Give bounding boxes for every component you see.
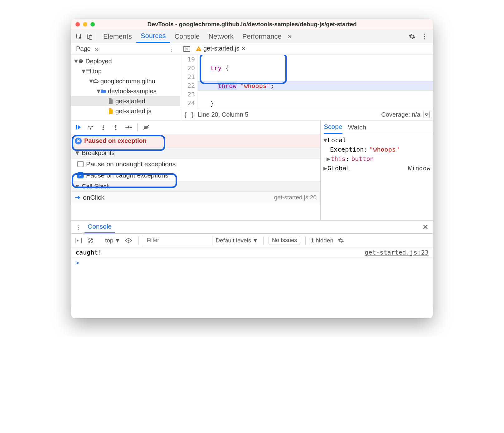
checkbox-unchecked[interactable] <box>77 161 84 167</box>
tree-deployed[interactable]: ▼ Deployed <box>71 56 180 66</box>
callstack-header[interactable]: ▼Call Stack <box>71 181 320 192</box>
cursor-position: Line 20, Column 5 <box>198 111 248 118</box>
tree-label: googlechrome.githu <box>100 78 155 85</box>
show-sidebar-icon[interactable] <box>74 238 83 243</box>
tree-top[interactable]: ▼ top <box>71 66 180 76</box>
svg-rect-3 <box>86 69 90 73</box>
cloud-icon <box>92 79 99 83</box>
nav-page-tab[interactable]: Page <box>74 45 93 52</box>
window-icon <box>85 68 92 74</box>
debugger: Paused on exception ▼Breakpoints Pause o… <box>71 120 433 220</box>
file-icon <box>107 108 114 114</box>
gear-icon[interactable] <box>405 33 419 40</box>
file-icon <box>107 98 114 104</box>
svg-point-13 <box>103 129 104 130</box>
context-select[interactable]: top ▼ <box>105 237 120 244</box>
tree-file-html[interactable]: get-started <box>71 96 180 106</box>
pause-uncaught-row[interactable]: Pause on uncaught exceptions <box>71 158 320 170</box>
tab-scope[interactable]: Scope <box>324 120 342 134</box>
tree-folder[interactable]: ▼ devtools-samples <box>71 86 180 96</box>
navigator: Page » ⋮ ▼ Deployed ▼ top ▼ <box>71 43 180 120</box>
console-toolbar: top ▼ Default levels ▼ No Issues 1 hidde… <box>71 234 433 247</box>
tab-performance[interactable]: Performance <box>238 30 286 43</box>
titlebar: DevTools - googlechrome.github.io/devtoo… <box>71 19 433 30</box>
tree-label: get-started <box>115 98 145 105</box>
eye-icon[interactable] <box>124 238 133 243</box>
message-text: caught! <box>75 249 365 256</box>
close-icon[interactable]: ✕ <box>420 223 431 231</box>
drawer-kebab-icon[interactable]: ⋮ <box>73 223 85 231</box>
code-lines: try { throw "whoops"; } catch(err) { con… <box>198 55 433 109</box>
devtools-window: DevTools - googlechrome.github.io/devtoo… <box>71 19 433 318</box>
step-out-icon[interactable] <box>110 122 121 133</box>
tab-console[interactable]: Console <box>170 30 204 43</box>
more-tabs[interactable]: » <box>286 32 293 41</box>
tab-elements[interactable]: Elements <box>99 30 136 43</box>
scope-global[interactable]: ▶GlobalWindow <box>321 163 433 173</box>
scope-local[interactable]: ▼Local <box>321 135 433 145</box>
frame-name: onClick <box>83 194 104 201</box>
pause-caught-row[interactable]: ✓ Pause on caught exceptions <box>71 170 320 181</box>
svg-point-15 <box>115 129 117 130</box>
svg-point-17 <box>130 126 132 128</box>
breakpoints-header[interactable]: ▼Breakpoints <box>71 148 320 158</box>
scope-this[interactable]: ▶this:button <box>321 154 433 163</box>
maximize-icon[interactable] <box>90 22 95 27</box>
step-over-icon[interactable] <box>85 122 96 133</box>
step-icon[interactable] <box>123 122 133 133</box>
close-icon[interactable] <box>75 22 80 27</box>
minimize-icon[interactable] <box>83 22 87 27</box>
sources-panel: Page » ⋮ ▼ Deployed ▼ top ▼ <box>71 43 433 120</box>
svg-rect-8 <box>198 50 199 50</box>
kebab-icon[interactable]: ⋮ <box>419 32 430 41</box>
pretty-print-icon[interactable]: { } <box>183 111 195 119</box>
checkbox-label: Pause on caught exceptions <box>86 172 168 179</box>
close-icon[interactable]: ✕ <box>241 46 245 51</box>
checkbox-checked[interactable]: ✓ <box>77 172 84 178</box>
console-prompt[interactable]: > <box>71 258 433 268</box>
scope-exception[interactable]: Exception:"whoops" <box>321 145 433 154</box>
tab-watch[interactable]: Watch <box>348 120 366 134</box>
resume-icon[interactable] <box>73 122 84 133</box>
checkbox-label: Pause on uncaught exceptions <box>86 160 176 168</box>
tab-network[interactable]: Network <box>204 30 238 43</box>
step-into-icon[interactable] <box>98 122 109 133</box>
clear-icon[interactable] <box>86 237 95 244</box>
svg-point-11 <box>90 128 91 129</box>
scope-tree: ▼Local Exception:"whoops" ▶this:button ▶… <box>321 134 433 220</box>
tree-label: Deployed <box>85 58 112 65</box>
exception-icon <box>75 138 82 144</box>
issues-button[interactable]: No Issues <box>269 236 300 245</box>
editor-tab-label: get-started.js <box>203 45 240 52</box>
warning-icon <box>196 46 201 51</box>
deactivate-breakpoints-icon[interactable] <box>141 122 152 133</box>
sidebar-tabs: Scope Watch <box>321 120 433 134</box>
svg-point-22 <box>128 240 129 241</box>
nav-more[interactable]: » <box>93 45 101 53</box>
inspect-icon[interactable] <box>74 31 84 42</box>
code-editor[interactable]: 192021 222324 25 try { throw "whoops"; }… <box>180 55 433 109</box>
device-icon[interactable] <box>84 31 95 42</box>
editor-tabstrip: get-started.js ✕ <box>180 43 433 55</box>
svg-rect-7 <box>198 48 199 49</box>
nav-kebab-icon[interactable]: ⋮ <box>167 45 177 53</box>
editor: get-started.js ✕ 192021 222324 25 try { … <box>180 43 433 120</box>
editor-tab[interactable]: get-started.js ✕ <box>193 43 248 55</box>
separator <box>138 236 139 245</box>
toggle-nav-icon[interactable] <box>182 46 191 52</box>
levels-select[interactable]: Default levels ▼ <box>216 237 258 244</box>
coverage-label: Coverage: n/a <box>381 111 420 118</box>
tab-console[interactable]: Console <box>85 221 115 233</box>
tree-origin[interactable]: ▼ googlechrome.githu <box>71 76 180 86</box>
filter-input[interactable] <box>144 236 212 245</box>
panel-tabs: Elements Sources Console Network Perform… <box>71 30 433 43</box>
tab-sources[interactable]: Sources <box>136 30 170 43</box>
console-message[interactable]: caught! get-started.js:23 <box>71 247 433 258</box>
drawer-tabs: ⋮ Console ✕ <box>71 221 433 234</box>
tree-file-js[interactable]: get-started.js <box>71 106 180 116</box>
svg-rect-2 <box>89 36 92 39</box>
message-source[interactable]: get-started.js:23 <box>365 249 429 256</box>
collapse-icon[interactable] <box>424 112 430 118</box>
call-frame[interactable]: ➔ onClick get-started.js:20 <box>71 192 320 203</box>
gear-icon[interactable] <box>337 237 345 244</box>
